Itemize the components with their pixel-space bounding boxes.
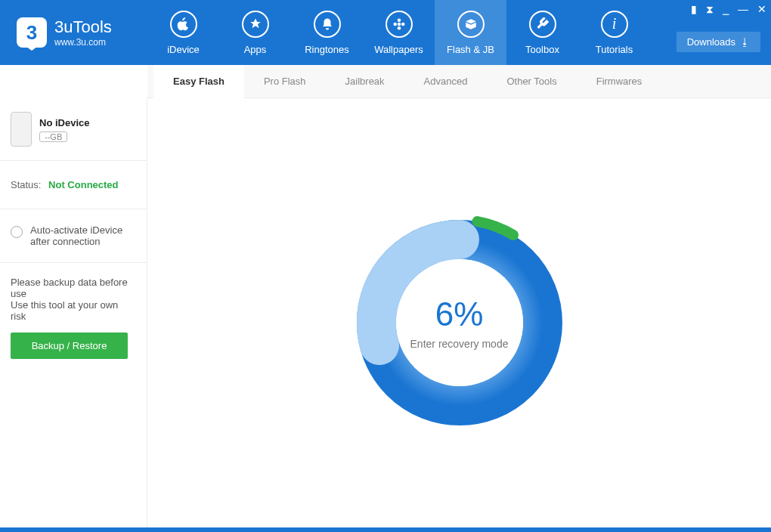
nav-flashjb[interactable]: Flash & JB [435,0,506,65]
window-controls: ▮ ⧗ ⎯ — ✕ [691,3,766,16]
backup-restore-button[interactable]: Backup / Restore [11,332,128,359]
nav-toolbox[interactable]: Toolbox [506,0,578,65]
svg-point-4 [401,22,405,26]
nav-wallpapers[interactable]: Wallpapers [363,0,435,65]
device-block: No iDevice --GB [0,98,147,161]
sidebar: No iDevice --GB Status: Not Connected Au… [0,98,147,532]
device-title: No iDevice [39,117,89,128]
progress-subtitle: Enter recovery mode [410,338,509,350]
device-capacity: --GB [39,131,67,142]
download-icon: ⭳ [740,36,750,48]
nav-label: Wallpapers [374,44,423,55]
top-bar: 3 3uTools www.3u.com iDeviceAppsRingtone… [0,0,771,65]
brand: 3 3uTools www.3u.com [0,17,147,48]
tab-easyflash[interactable]: Easy Flash [153,65,244,98]
tab-othertools[interactable]: Other Tools [487,65,576,98]
main-panel: 6% Enter recovery mode ↖ [147,98,771,532]
nav-label: Apps [244,44,267,55]
tab-jailbreak[interactable]: Jailbreak [326,65,404,98]
bell-icon [314,11,341,38]
radio-unchecked-icon[interactable] [11,226,23,238]
status-value: Not Connected [48,179,118,190]
settings-icon[interactable]: ⎯ [723,3,729,16]
auto-activate-label: Auto-activate iDevice after connection [30,224,136,247]
svg-point-1 [397,18,401,22]
auto-activate-option[interactable]: Auto-activate iDevice after connection [0,209,147,263]
flower-icon [386,11,413,38]
nav-apps[interactable]: Apps [219,0,291,65]
downloads-button[interactable]: Downloads ⭳ [677,32,760,52]
apple-icon [170,11,197,38]
device-image-icon [11,112,32,147]
nav-label: Ringtones [305,44,349,55]
status-label: Status: [11,179,41,190]
tab-advanced[interactable]: Advanced [404,65,488,98]
app-url: www.3u.com [54,37,112,48]
nav-idevice[interactable]: iDevice [147,0,219,65]
svg-point-0 [397,22,401,26]
nav-label: Toolbox [525,44,559,55]
nav-label: iDevice [167,44,200,55]
close-icon[interactable]: ✕ [757,3,766,16]
nav-ringtones[interactable]: Ringtones [291,0,363,65]
progress-ring: 6% Enter recovery mode [346,209,573,436]
warning-line-2: Use this tool at your own risk [11,299,136,322]
store-icon [242,11,269,38]
nav-tutorials[interactable]: iTutorials [578,0,650,65]
status-row: Status: Not Connected [0,161,147,209]
tab-firmwares[interactable]: Firmwares [577,65,662,98]
warning-block: Please backup data before use Use this t… [0,263,147,370]
nav-label: Flash & JB [447,44,494,55]
box-icon [457,11,485,38]
footer-bar [0,527,771,532]
body: No iDevice --GB Status: Not Connected Au… [0,98,771,532]
tools-icon [529,11,556,38]
warning-line-1: Please backup data before use [11,277,136,299]
svg-point-2 [397,26,401,30]
feedback-icon[interactable]: ▮ [691,3,697,16]
sub-tabs: Easy FlashPro FlashJailbreakAdvancedOthe… [147,65,771,98]
downloads-label: Downloads [687,36,735,48]
shirt-icon[interactable]: ⧗ [706,3,714,16]
nav-label: Tutorials [596,44,633,55]
brand-logo-icon: 3 [17,17,47,48]
info-icon: i [601,11,628,38]
minimize-icon[interactable]: — [738,3,748,16]
app-name: 3uTools [54,17,112,37]
main-nav: iDeviceAppsRingtonesWallpapersFlash & JB… [147,0,650,65]
svg-point-3 [393,22,397,26]
tab-proflash[interactable]: Pro Flash [244,65,326,98]
progress-percent: 6% [410,295,509,333]
